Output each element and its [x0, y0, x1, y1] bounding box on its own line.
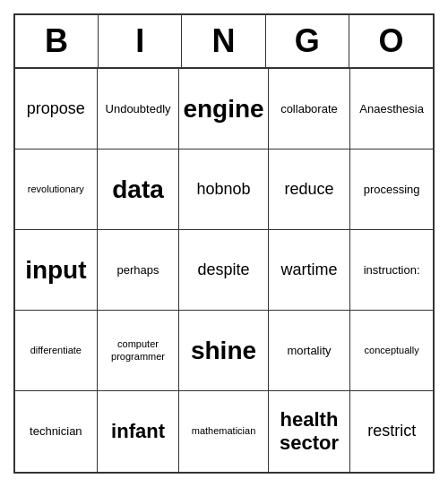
cell-text: Undoubtedly [106, 102, 171, 116]
bingo-cell: propose [15, 69, 98, 150]
bingo-cell: conceptually [350, 311, 433, 391]
cell-text: input [25, 255, 86, 286]
bingo-cell: restrict [350, 391, 433, 472]
bingo-cell: engine [179, 69, 268, 150]
cell-text: mathematician [192, 425, 256, 437]
cell-text: engine [183, 94, 263, 124]
cell-text: shine [191, 336, 256, 366]
bingo-cell: wartime [269, 230, 351, 311]
bingo-cell: collaborate [269, 69, 351, 150]
bingo-cell: processing [350, 150, 433, 230]
cell-text: Anaesthesia [359, 102, 424, 116]
cell-text: technician [30, 424, 82, 439]
cell-text: wartime [280, 261, 337, 280]
bingo-cell: input [15, 230, 98, 311]
bingo-cell: instruction: [350, 230, 433, 311]
bingo-cell: mathematician [179, 391, 268, 472]
cell-text: infant [111, 420, 165, 443]
bingo-cell: computer programmer [98, 311, 180, 391]
bingo-cell: shine [179, 311, 268, 391]
cell-text: instruction: [364, 263, 420, 278]
cell-text: despite [197, 261, 249, 280]
header-letter: B [15, 15, 99, 67]
bingo-cell: data [98, 150, 180, 230]
cell-text: mortality [287, 344, 331, 358]
bingo-cell: mortality [269, 311, 351, 391]
header-letter: G [266, 15, 349, 67]
cell-text: hobnob [196, 180, 250, 200]
bingo-cell: Anaesthesia [350, 69, 433, 150]
header-letter: N [182, 15, 265, 67]
bingo-cell: Undoubtedly [98, 69, 180, 150]
bingo-cell: technician [15, 391, 98, 472]
cell-text: propose [27, 99, 85, 119]
bingo-cell: reduce [269, 150, 351, 230]
bingo-cell: hobnob [179, 150, 268, 230]
bingo-cell: differentiate [15, 311, 98, 391]
cell-text: differentiate [30, 345, 82, 356]
bingo-cell: health sector [269, 391, 351, 472]
bingo-cell: revolutionary [15, 150, 98, 230]
cell-text: data [112, 175, 164, 205]
cell-text: computer programmer [101, 338, 176, 362]
cell-text: perhaps [117, 263, 159, 278]
header-letter: O [349, 15, 433, 67]
bingo-cell: despite [179, 230, 268, 311]
bingo-header: BINGO [15, 15, 433, 69]
cell-text: reduce [284, 180, 333, 200]
bingo-grid: proposeUndoubtedlyenginecollaborateAnaes… [15, 69, 433, 472]
cell-text: revolutionary [28, 184, 84, 195]
cell-text: restrict [367, 422, 416, 441]
cell-text: collaborate [280, 102, 338, 116]
cell-text: conceptually [365, 345, 419, 356]
bingo-cell: infant [98, 391, 180, 472]
bingo-card: BINGO proposeUndoubtedlyenginecollaborat… [13, 13, 435, 474]
header-letter: I [99, 15, 182, 67]
cell-text: processing [364, 183, 420, 197]
cell-text: health sector [272, 408, 347, 456]
bingo-cell: perhaps [98, 230, 180, 311]
